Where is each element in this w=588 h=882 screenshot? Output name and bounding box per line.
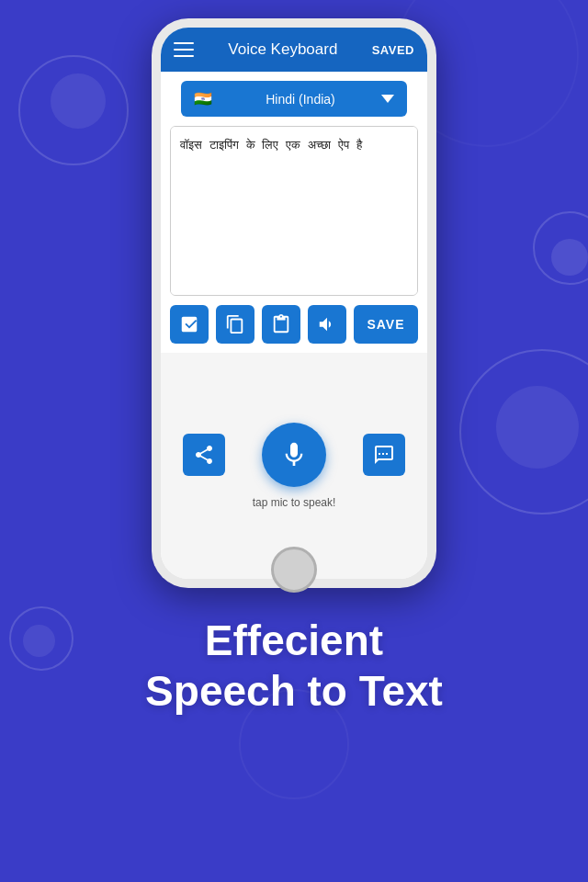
language-text: Hindi (India) — [220, 92, 382, 107]
phone-mockup: Voice Keyboard SAVED 🇮🇳 Hindi (India) वॉ… — [152, 18, 436, 588]
saved-label: SAVED — [372, 43, 414, 57]
bottom-controls — [170, 423, 418, 487]
text-input[interactable]: वॉइस टाइपिंग के लिए एक अच्छा ऐप है — [171, 127, 417, 295]
text-area-wrapper: वॉइस टाइपिंग के लिए एक अच्छा ऐप है — [170, 126, 418, 296]
home-button[interactable] — [271, 547, 317, 593]
tagline: Effecient Speech to Text — [145, 616, 443, 717]
chat-button[interactable] — [363, 434, 405, 476]
tap-mic-label: tap mic to speak! — [253, 496, 336, 509]
action-buttons-row: SAVE — [161, 296, 427, 353]
language-selector[interactable]: 🇮🇳 Hindi (India) — [181, 81, 408, 117]
tagline-line1: Effecient — [145, 616, 443, 666]
phone-bottom: tap mic to speak! — [161, 353, 427, 579]
chevron-down-icon — [381, 95, 394, 103]
volume-button[interactable] — [308, 305, 346, 344]
tagline-line2: Speech to Text — [145, 666, 443, 717]
mic-button[interactable] — [262, 423, 326, 487]
share-button[interactable] — [183, 434, 225, 476]
copy-button[interactable] — [216, 305, 254, 344]
app-title: Voice Keyboard — [194, 40, 372, 59]
clear-button[interactable] — [170, 305, 209, 344]
save-label: SAVE — [367, 317, 404, 332]
menu-icon[interactable] — [174, 42, 194, 57]
save-button[interactable]: SAVE — [354, 305, 418, 344]
app-header: Voice Keyboard SAVED — [161, 28, 427, 72]
flag-icon: 🇮🇳 — [194, 90, 212, 107]
paste-button[interactable] — [262, 305, 300, 344]
